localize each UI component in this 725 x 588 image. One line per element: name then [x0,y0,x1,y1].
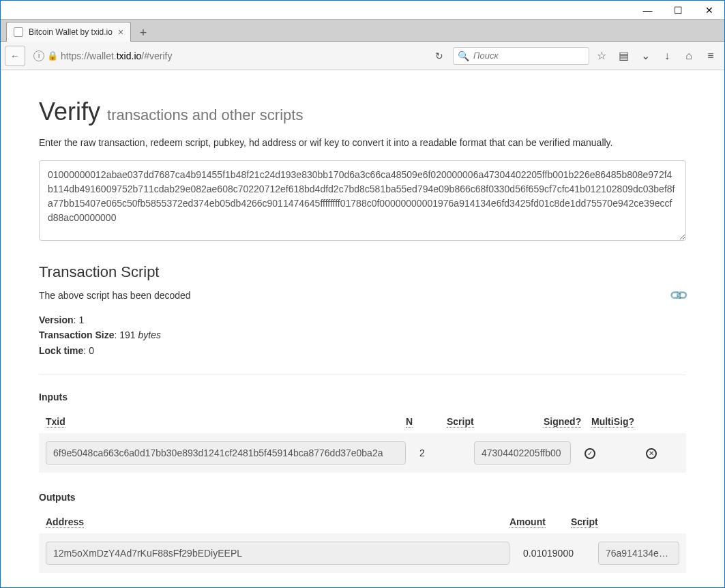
version-value: 1 [78,314,84,325]
inputs-table: Txid N Script Signed? MultiSig? 2 ✓ ✕ [39,411,686,473]
th-script: Script [447,416,474,428]
back-button[interactable]: ← [5,46,25,66]
multisig-cross-icon: ✕ [646,448,657,459]
raw-input-textarea[interactable] [39,160,686,241]
link-icon[interactable]: 🔗 [668,284,689,306]
bookmark-star-icon[interactable]: ☆ [592,46,611,65]
downloads-icon[interactable]: ↓ [657,46,677,65]
site-identity[interactable]: i 🔒 [33,50,58,61]
th-n: N [406,416,413,428]
info-icon: i [33,50,44,61]
tab-strip: Bitcoin Wallet by txid.io × + [1,20,724,42]
decoded-row: The above script has been decoded 🔗 [39,288,686,303]
pocket-icon[interactable]: ⌄ [636,46,655,65]
lock-icon: 🔒 [47,50,58,61]
page-title: Verify transactions and other scripts [39,98,303,126]
tab-favicon [14,27,23,37]
browser-tab[interactable]: Bitcoin Wallet by txid.io × [6,22,131,42]
size-value: 191 [119,329,135,340]
url-domain: txid.io [117,50,142,61]
menu-icon[interactable]: ≡ [701,46,720,65]
url-box[interactable]: i 🔒 https://wallet.txid.io/#verify ↻ [28,49,450,63]
output-script-field[interactable] [598,542,679,565]
size-unit: bytes [138,329,161,340]
outputs-row: 0.01019000 [39,533,686,573]
locktime-value: 0 [89,345,94,356]
input-script-field[interactable] [474,441,571,465]
outputs-heading: Outputs [39,492,686,503]
tx-meta: Version: 1 Transaction Size: 191 bytes L… [39,312,686,358]
inputs-row: 2 ✓ ✕ [39,433,686,473]
th-txid: Txid [46,416,65,428]
title-main: Verify [39,98,100,126]
th-address: Address [46,516,84,528]
outputs-table: Address Amount Script 0.01019000 [39,511,686,573]
url-prefix: https://wallet. [61,50,117,61]
window-close-button[interactable]: ✕ [694,1,724,20]
th-multisig: MultiSig? [591,416,634,428]
th-amount: Amount [509,516,546,528]
content-scroll[interactable]: Verify transactions and other scripts En… [1,70,724,588]
url-suffix: /#verify [141,50,172,61]
page-description: Enter the raw transaction, redeem script… [39,137,686,148]
inputs-header-row: Txid N Script Signed? MultiSig? [39,411,686,433]
new-tab-button[interactable]: + [134,25,153,41]
title-sub: transactions and other scripts [107,106,303,123]
th-signed: Signed? [544,416,581,428]
input-txid-field[interactable] [46,441,406,465]
tab-close-icon[interactable]: × [118,27,123,38]
home-icon[interactable]: ⌂ [679,46,698,65]
input-n-value: 2 [419,447,460,458]
size-label: Transaction Size [39,329,114,340]
inputs-heading: Inputs [39,392,686,402]
output-address-field[interactable] [46,542,509,565]
tab-title: Bitcoin Wallet by txid.io [29,27,113,37]
th-oscript: Script [571,516,598,528]
reload-icon[interactable]: ↻ [431,50,447,61]
window-maximize-button[interactable]: ☐ [663,1,694,20]
page-content: Verify transactions and other scripts En… [1,70,724,588]
browser-window: — ☐ ✕ Bitcoin Wallet by txid.io × + ← i … [0,0,725,588]
search-icon: 🔍 [458,50,469,61]
search-input[interactable] [473,50,585,61]
signed-check-icon: ✓ [585,448,595,459]
outputs-header-row: Address Amount Script [39,511,686,533]
output-amount-value: 0.01019000 [523,548,585,559]
library-icon[interactable]: ▤ [614,46,633,65]
url-text: https://wallet.txid.io/#verify [61,50,172,61]
search-box[interactable]: 🔍 [453,47,589,65]
browser-toolbar: ← i 🔒 https://wallet.txid.io/#verify ↻ 🔍… [1,42,724,70]
decoded-message: The above script has been decoded [39,290,191,301]
locktime-label: Lock time [39,345,83,356]
version-label: Version [39,314,74,325]
tx-script-header: Transaction Script [39,263,686,281]
window-minimize-button[interactable]: — [632,1,663,20]
window-titlebar: — ☐ ✕ [1,1,724,20]
divider [39,374,686,375]
